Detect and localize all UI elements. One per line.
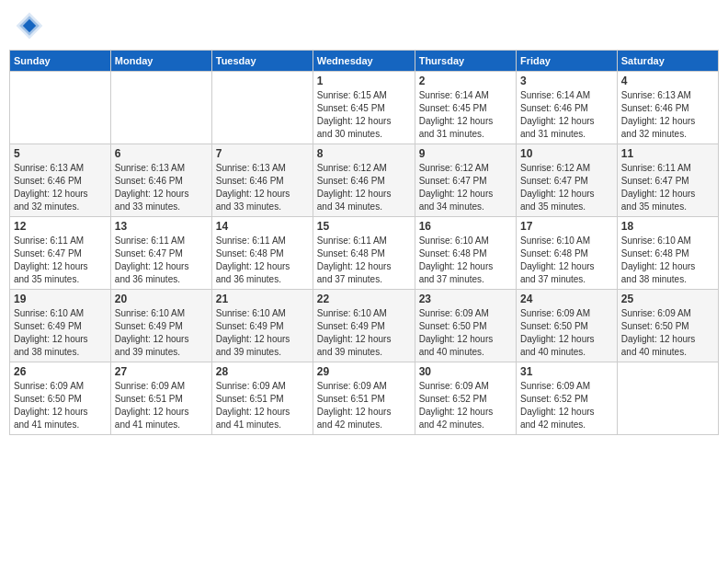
calendar-cell	[110, 72, 211, 144]
day-info: Sunrise: 6:11 AM Sunset: 6:47 PM Dayligh…	[14, 235, 107, 286]
day-info: Sunrise: 6:11 AM Sunset: 6:48 PM Dayligh…	[216, 235, 309, 286]
calendar-cell: 8Sunrise: 6:12 AM Sunset: 6:46 PM Daylig…	[313, 144, 415, 217]
calendar-cell: 10Sunrise: 6:12 AM Sunset: 6:47 PM Dayli…	[516, 144, 617, 217]
calendar-cell: 7Sunrise: 6:13 AM Sunset: 6:46 PM Daylig…	[211, 144, 313, 217]
day-number: 8	[317, 147, 411, 160]
day-info: Sunrise: 6:13 AM Sunset: 6:46 PM Dayligh…	[621, 89, 714, 141]
day-number: 30	[419, 365, 512, 378]
day-number: 23	[419, 293, 512, 305]
day-number: 12	[14, 220, 107, 233]
calendar-header-friday: Friday	[516, 51, 617, 72]
page-header	[9, 9, 719, 42]
calendar-week-row: 26Sunrise: 6:09 AM Sunset: 6:50 PM Dayli…	[10, 362, 719, 435]
day-number: 1	[317, 75, 411, 87]
calendar-week-row: 19Sunrise: 6:10 AM Sunset: 6:49 PM Dayli…	[10, 290, 719, 362]
day-number: 21	[216, 293, 309, 305]
calendar-cell: 28Sunrise: 6:09 AM Sunset: 6:51 PM Dayli…	[211, 362, 313, 435]
calendar-cell: 4Sunrise: 6:13 AM Sunset: 6:46 PM Daylig…	[617, 72, 718, 144]
day-info: Sunrise: 6:12 AM Sunset: 6:47 PM Dayligh…	[520, 162, 613, 213]
day-number: 19	[14, 293, 107, 305]
calendar-cell: 24Sunrise: 6:09 AM Sunset: 6:50 PM Dayli…	[516, 290, 617, 362]
day-info: Sunrise: 6:10 AM Sunset: 6:48 PM Dayligh…	[520, 235, 613, 286]
calendar-cell: 29Sunrise: 6:09 AM Sunset: 6:51 PM Dayli…	[313, 362, 415, 435]
day-info: Sunrise: 6:09 AM Sunset: 6:50 PM Dayligh…	[14, 380, 107, 431]
day-info: Sunrise: 6:09 AM Sunset: 6:50 PM Dayligh…	[621, 307, 714, 359]
calendar-week-row: 12Sunrise: 6:11 AM Sunset: 6:47 PM Dayli…	[10, 217, 719, 290]
day-info: Sunrise: 6:12 AM Sunset: 6:47 PM Dayligh…	[419, 162, 512, 213]
day-number: 3	[520, 75, 613, 87]
day-info: Sunrise: 6:09 AM Sunset: 6:50 PM Dayligh…	[520, 307, 613, 359]
calendar-cell: 18Sunrise: 6:10 AM Sunset: 6:48 PM Dayli…	[617, 217, 718, 290]
day-info: Sunrise: 6:10 AM Sunset: 6:49 PM Dayligh…	[317, 307, 411, 359]
calendar-cell: 20Sunrise: 6:10 AM Sunset: 6:49 PM Dayli…	[110, 290, 211, 362]
day-number: 28	[216, 365, 309, 378]
calendar-cell: 31Sunrise: 6:09 AM Sunset: 6:52 PM Dayli…	[516, 362, 617, 435]
day-info: Sunrise: 6:14 AM Sunset: 6:46 PM Dayligh…	[520, 89, 613, 141]
day-number: 25	[621, 293, 714, 305]
calendar-cell	[211, 72, 313, 144]
day-number: 14	[216, 220, 309, 233]
calendar-cell	[617, 362, 718, 435]
day-number: 15	[317, 220, 411, 233]
day-number: 6	[115, 147, 208, 160]
day-number: 11	[621, 147, 714, 160]
day-number: 13	[115, 220, 208, 233]
day-info: Sunrise: 6:15 AM Sunset: 6:45 PM Dayligh…	[317, 89, 411, 141]
calendar-week-row: 5Sunrise: 6:13 AM Sunset: 6:46 PM Daylig…	[10, 144, 719, 217]
day-number: 31	[520, 365, 613, 378]
day-number: 7	[216, 147, 309, 160]
calendar-cell: 14Sunrise: 6:11 AM Sunset: 6:48 PM Dayli…	[211, 217, 313, 290]
logo-icon	[13, 9, 46, 42]
day-number: 20	[115, 293, 208, 305]
day-info: Sunrise: 6:13 AM Sunset: 6:46 PM Dayligh…	[115, 162, 208, 213]
day-info: Sunrise: 6:09 AM Sunset: 6:51 PM Dayligh…	[115, 380, 208, 431]
day-info: Sunrise: 6:10 AM Sunset: 6:48 PM Dayligh…	[419, 235, 512, 286]
calendar-cell: 2Sunrise: 6:14 AM Sunset: 6:45 PM Daylig…	[415, 72, 516, 144]
calendar-cell: 26Sunrise: 6:09 AM Sunset: 6:50 PM Dayli…	[10, 362, 111, 435]
day-number: 2	[419, 75, 512, 87]
calendar-cell: 25Sunrise: 6:09 AM Sunset: 6:50 PM Dayli…	[617, 290, 718, 362]
calendar-header-tuesday: Tuesday	[211, 51, 313, 72]
calendar-cell: 13Sunrise: 6:11 AM Sunset: 6:47 PM Dayli…	[110, 217, 211, 290]
calendar-cell: 11Sunrise: 6:11 AM Sunset: 6:47 PM Dayli…	[617, 144, 718, 217]
day-info: Sunrise: 6:13 AM Sunset: 6:46 PM Dayligh…	[14, 162, 107, 213]
calendar-cell: 21Sunrise: 6:10 AM Sunset: 6:49 PM Dayli…	[211, 290, 313, 362]
day-info: Sunrise: 6:12 AM Sunset: 6:46 PM Dayligh…	[317, 162, 411, 213]
day-info: Sunrise: 6:14 AM Sunset: 6:45 PM Dayligh…	[419, 89, 512, 141]
day-number: 9	[419, 147, 512, 160]
day-info: Sunrise: 6:10 AM Sunset: 6:48 PM Dayligh…	[621, 235, 714, 286]
calendar-cell: 9Sunrise: 6:12 AM Sunset: 6:47 PM Daylig…	[415, 144, 516, 217]
logo	[13, 9, 50, 42]
day-number: 5	[14, 147, 107, 160]
day-info: Sunrise: 6:09 AM Sunset: 6:52 PM Dayligh…	[419, 380, 512, 431]
day-number: 4	[621, 75, 714, 87]
day-number: 16	[419, 220, 512, 233]
day-info: Sunrise: 6:11 AM Sunset: 6:48 PM Dayligh…	[317, 235, 411, 286]
calendar-cell: 3Sunrise: 6:14 AM Sunset: 6:46 PM Daylig…	[516, 72, 617, 144]
calendar-cell: 19Sunrise: 6:10 AM Sunset: 6:49 PM Dayli…	[10, 290, 111, 362]
calendar-cell: 17Sunrise: 6:10 AM Sunset: 6:48 PM Dayli…	[516, 217, 617, 290]
day-info: Sunrise: 6:09 AM Sunset: 6:50 PM Dayligh…	[419, 307, 512, 359]
calendar-cell: 1Sunrise: 6:15 AM Sunset: 6:45 PM Daylig…	[313, 72, 415, 144]
calendar-week-row: 1Sunrise: 6:15 AM Sunset: 6:45 PM Daylig…	[10, 72, 719, 144]
day-info: Sunrise: 6:10 AM Sunset: 6:49 PM Dayligh…	[115, 307, 208, 359]
day-number: 10	[520, 147, 613, 160]
calendar-header-row: SundayMondayTuesdayWednesdayThursdayFrid…	[10, 51, 719, 72]
day-info: Sunrise: 6:11 AM Sunset: 6:47 PM Dayligh…	[621, 162, 714, 213]
calendar-header-saturday: Saturday	[617, 51, 718, 72]
day-number: 26	[14, 365, 107, 378]
day-info: Sunrise: 6:09 AM Sunset: 6:51 PM Dayligh…	[317, 380, 411, 431]
day-number: 18	[621, 220, 714, 233]
day-number: 24	[520, 293, 613, 305]
calendar-cell: 22Sunrise: 6:10 AM Sunset: 6:49 PM Dayli…	[313, 290, 415, 362]
day-number: 29	[317, 365, 411, 378]
calendar-header-wednesday: Wednesday	[313, 51, 415, 72]
calendar-cell: 6Sunrise: 6:13 AM Sunset: 6:46 PM Daylig…	[110, 144, 211, 217]
calendar-cell: 5Sunrise: 6:13 AM Sunset: 6:46 PM Daylig…	[10, 144, 111, 217]
calendar-header-monday: Monday	[110, 51, 211, 72]
day-number: 27	[115, 365, 208, 378]
day-info: Sunrise: 6:10 AM Sunset: 6:49 PM Dayligh…	[14, 307, 107, 359]
day-info: Sunrise: 6:09 AM Sunset: 6:52 PM Dayligh…	[520, 380, 613, 431]
calendar-cell: 16Sunrise: 6:10 AM Sunset: 6:48 PM Dayli…	[415, 217, 516, 290]
day-info: Sunrise: 6:09 AM Sunset: 6:51 PM Dayligh…	[216, 380, 309, 431]
